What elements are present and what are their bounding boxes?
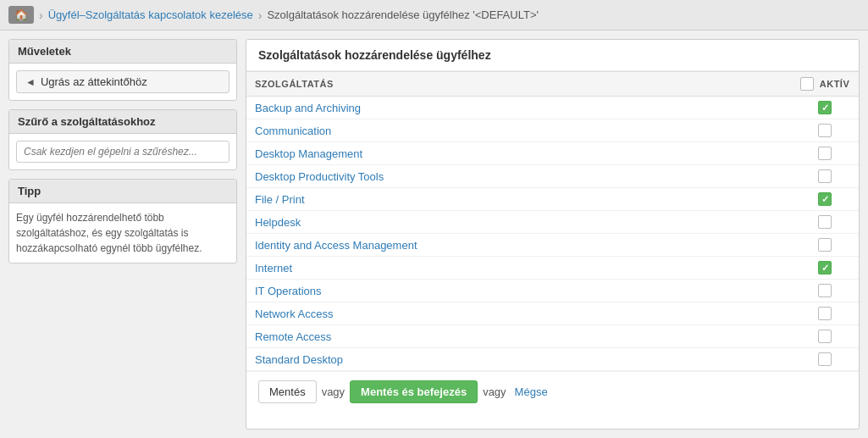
service-active-cell bbox=[791, 280, 859, 302]
content-title: Szolgáltatások hozzárendelése ügyfélhez bbox=[246, 40, 859, 71]
service-table: SZOLGÁLTATÁS AKTÍV Backup and ArchivingC… bbox=[246, 71, 859, 371]
back-button-label: Ugrás az áttekintőhöz bbox=[41, 75, 147, 88]
main-layout: Műveletek ◄ Ugrás az áttekintőhöz Szűrő … bbox=[0, 30, 868, 438]
service-active-cell bbox=[791, 119, 859, 142]
service-checkbox[interactable] bbox=[818, 352, 832, 366]
service-name-cell: Helpdesk bbox=[246, 211, 791, 234]
service-checkbox[interactable] bbox=[818, 169, 832, 183]
table-row: Network Access bbox=[246, 302, 859, 325]
breadcrumb-bar: 🏠 › Ügyfél–Szolgáltatás kapcsolatok keze… bbox=[0, 0, 868, 30]
back-arrow-icon: ◄ bbox=[25, 76, 36, 88]
table-row: Backup and Archiving bbox=[246, 97, 859, 119]
service-name-link[interactable]: Communication bbox=[255, 125, 331, 137]
breadcrumb-current: Szolgáltatások hozzárendelése ügyfélhez … bbox=[267, 8, 539, 21]
home-button[interactable]: 🏠 bbox=[8, 6, 34, 24]
service-name-cell: Network Access bbox=[246, 302, 791, 325]
service-name-link[interactable]: Identity and Access Management bbox=[255, 239, 417, 252]
or-text-2: vagy bbox=[483, 385, 506, 398]
filter-title: Szűrő a szolgáltatásokhoz bbox=[9, 110, 236, 134]
table-row: Remote Access bbox=[246, 325, 859, 348]
select-all-checkbox[interactable] bbox=[800, 77, 814, 91]
cancel-button[interactable]: Mégse bbox=[511, 381, 551, 402]
col-active-header: AKTÍV bbox=[791, 72, 859, 97]
service-name-cell: IT Operations bbox=[246, 280, 791, 302]
table-row: Desktop Productivity Tools bbox=[246, 165, 859, 188]
separator2: › bbox=[258, 8, 263, 22]
operations-section: Műveletek ◄ Ugrás az áttekintőhöz bbox=[8, 39, 237, 101]
service-name-cell: Backup and Archiving bbox=[246, 97, 791, 119]
service-active-cell bbox=[791, 257, 859, 280]
service-name-cell: Desktop Productivity Tools bbox=[246, 165, 791, 188]
service-name-cell: Identity and Access Management bbox=[246, 234, 791, 257]
service-active-cell bbox=[791, 165, 859, 188]
service-active-cell bbox=[791, 188, 859, 211]
service-checkbox[interactable] bbox=[818, 307, 832, 320]
tip-text: Egy ügyfél hozzárendelhető több szolgált… bbox=[16, 212, 202, 254]
save-finish-button[interactable]: Mentés és befejezés bbox=[350, 380, 478, 403]
sidebar: Műveletek ◄ Ugrás az áttekintőhöz Szűrő … bbox=[8, 39, 237, 430]
service-name-cell: File / Print bbox=[246, 188, 791, 211]
operations-title: Műveletek bbox=[9, 40, 236, 64]
service-name-link[interactable]: Internet bbox=[255, 262, 292, 274]
save-button[interactable]: Mentés bbox=[258, 380, 317, 403]
service-checkbox[interactable] bbox=[818, 261, 832, 274]
service-name-cell: Remote Access bbox=[246, 325, 791, 348]
table-row: Communication bbox=[246, 119, 859, 142]
service-checkbox[interactable] bbox=[818, 147, 832, 160]
service-name-cell: Internet bbox=[246, 257, 791, 280]
service-name-link[interactable]: Standard Desktop bbox=[255, 353, 343, 366]
service-name-link[interactable]: Remote Access bbox=[255, 330, 331, 343]
service-active-cell bbox=[791, 234, 859, 257]
service-checkbox[interactable] bbox=[818, 124, 832, 137]
table-row: IT Operations bbox=[246, 280, 859, 302]
service-active-cell bbox=[791, 348, 859, 371]
or-text-1: vagy bbox=[322, 385, 345, 398]
tip-title: Tipp bbox=[9, 180, 236, 203]
service-name-link[interactable]: Desktop Productivity Tools bbox=[255, 170, 384, 183]
content-panel: Szolgáltatások hozzárendelése ügyfélhez … bbox=[246, 39, 860, 430]
tip-section: Tipp Egy ügyfél hozzárendelhető több szo… bbox=[8, 179, 237, 263]
service-checkbox[interactable] bbox=[818, 101, 832, 114]
table-header-row: SZOLGÁLTATÁS AKTÍV bbox=[246, 72, 859, 97]
breadcrumb-link-1[interactable]: Ügyfél–Szolgáltatás kapcsolatok kezelése bbox=[48, 8, 253, 21]
service-name-cell: Desktop Management bbox=[246, 142, 791, 165]
table-row: Identity and Access Management bbox=[246, 234, 859, 257]
table-row: Standard Desktop bbox=[246, 348, 859, 371]
service-active-cell bbox=[791, 302, 859, 325]
separator1: › bbox=[39, 8, 43, 22]
service-active-cell bbox=[791, 325, 859, 348]
content-footer: Mentés vagy Mentés és befejezés vagy Még… bbox=[246, 371, 859, 412]
service-name-cell: Standard Desktop bbox=[246, 348, 791, 371]
service-name-link[interactable]: Backup and Archiving bbox=[255, 102, 361, 114]
service-checkbox[interactable] bbox=[818, 192, 832, 206]
table-row: Helpdesk bbox=[246, 211, 859, 234]
service-active-cell bbox=[791, 142, 859, 165]
service-checkbox[interactable] bbox=[818, 215, 832, 229]
service-name-cell: Communication bbox=[246, 119, 791, 142]
service-name-link[interactable]: File / Print bbox=[255, 193, 305, 206]
service-active-cell bbox=[791, 211, 859, 234]
table-row: Desktop Management bbox=[246, 142, 859, 165]
table-row: Internet bbox=[246, 257, 859, 280]
filter-input[interactable] bbox=[16, 141, 229, 163]
service-checkbox[interactable] bbox=[818, 284, 832, 297]
service-name-link[interactable]: Helpdesk bbox=[255, 216, 301, 229]
back-button[interactable]: ◄ Ugrás az áttekintőhöz bbox=[16, 70, 229, 93]
service-checkbox[interactable] bbox=[818, 330, 832, 343]
service-checkbox[interactable] bbox=[818, 238, 832, 252]
filter-section: Szűrő a szolgáltatásokhoz bbox=[8, 109, 237, 170]
col-service-header: SZOLGÁLTATÁS bbox=[246, 72, 791, 97]
service-active-cell bbox=[791, 97, 859, 119]
service-name-link[interactable]: IT Operations bbox=[255, 285, 322, 297]
table-row: File / Print bbox=[246, 188, 859, 211]
service-name-link[interactable]: Network Access bbox=[255, 308, 333, 320]
service-name-link[interactable]: Desktop Management bbox=[255, 147, 362, 160]
